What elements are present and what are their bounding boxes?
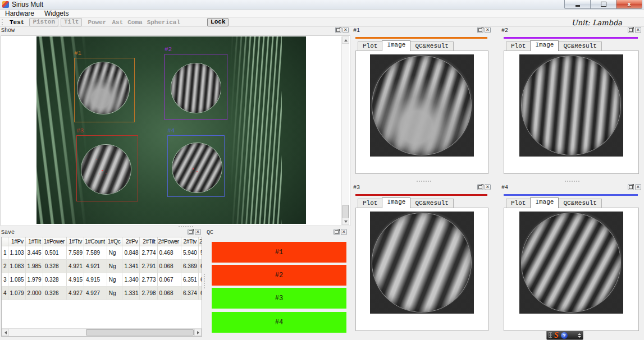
maximize-button[interactable] [590, 0, 616, 9]
close-panel-button[interactable]: × [485, 184, 491, 190]
data-cell[interactable]: 0.848 [122, 246, 140, 260]
scroll-up-button[interactable] [342, 36, 349, 44]
data-cell[interactable]: 5.940 [181, 246, 198, 260]
column-header[interactable]: 2#Pv [122, 237, 140, 246]
data-cell[interactable]: 0.068 [157, 287, 181, 300]
menu-hardware[interactable]: Hardware [0, 10, 39, 17]
tab-plot[interactable]: Plot [358, 199, 382, 208]
toolbar-spherical-button[interactable]: Spherical [147, 19, 180, 26]
help-icon[interactable]: ? [561, 332, 568, 339]
column-header[interactable]: 1#Count [84, 237, 107, 246]
data-cell[interactable]: 1.103 [8, 246, 25, 260]
toolbar-lock-button[interactable]: Lock [207, 18, 229, 26]
data-cell[interactable]: 4.921 [84, 260, 107, 273]
drag-grip-icon[interactable] [549, 332, 552, 338]
scroll-left-button[interactable] [2, 329, 9, 336]
column-header[interactable]: 1#Pv [8, 237, 25, 246]
toolbar-grip[interactable] [2, 19, 4, 25]
float-button[interactable] [477, 184, 483, 190]
tab-plot[interactable]: Plot [358, 42, 382, 51]
tab-plot[interactable]: Plot [506, 199, 531, 208]
data-cell[interactable]: 1.979 [25, 273, 43, 287]
column-header[interactable]: 1#Power [43, 237, 66, 246]
splitter-handle[interactable] [179, 226, 193, 229]
more-options-button[interactable] [578, 333, 581, 338]
data-cell[interactable]: Ng [107, 246, 122, 260]
data-cell[interactable]: 6.351 [181, 273, 198, 287]
data-cell[interactable]: 0.328 [43, 273, 66, 287]
toolbar-tilt-button[interactable]: Tilt [61, 18, 82, 26]
data-cell[interactable]: 6.374 [198, 287, 202, 300]
sirius-logo-icon[interactable]: S [554, 332, 559, 339]
close-panel-button[interactable]: × [342, 27, 349, 33]
data-cell[interactable]: 0.068 [157, 260, 181, 273]
tab-image[interactable]: Image [530, 40, 559, 51]
data-cell[interactable]: 1.341 [122, 260, 140, 273]
data-cell[interactable]: 1.331 [122, 287, 140, 300]
data-cell[interactable]: 2.791 [140, 260, 157, 273]
float-button[interactable] [477, 27, 483, 33]
data-cell[interactable]: 4.915 [84, 273, 107, 287]
tab-image[interactable]: Image [382, 40, 410, 51]
close-panel-button[interactable]: × [635, 27, 641, 33]
close-button[interactable]: x [616, 0, 642, 9]
data-cell[interactable]: 1.340 [122, 273, 140, 287]
data-cell[interactable]: 4.927 [67, 287, 84, 300]
column-header[interactable]: 2#Power [157, 237, 181, 246]
table-horizontal-scrollbar[interactable] [2, 328, 202, 336]
toolbar-coma-button[interactable]: Coma [127, 19, 142, 26]
splitter-handle[interactable] [417, 181, 431, 183]
row-header-cell[interactable]: 2 [2, 260, 8, 273]
table-row[interactable]: 11.1033.4450.5017.5897.589Ng0.8482.7740.… [2, 246, 202, 260]
data-cell[interactable]: 4.921 [67, 260, 84, 273]
row-header-cell[interactable]: 4 [2, 287, 8, 300]
toolbar-ast-button[interactable]: Ast [112, 19, 123, 26]
data-cell[interactable]: 7.589 [84, 246, 107, 260]
close-panel-button[interactable]: × [635, 184, 641, 190]
data-cell[interactable]: 0.326 [43, 287, 66, 300]
row-header-cell[interactable]: 3 [2, 273, 8, 287]
toolbar-power-button[interactable]: Power [88, 19, 106, 26]
data-cell[interactable]: 1.085 [8, 273, 25, 287]
row-header-cell[interactable]: 1 [2, 246, 8, 260]
minimize-button[interactable] [564, 0, 591, 9]
data-cell[interactable]: 0.067 [157, 273, 181, 287]
data-cell[interactable]: 1.083 [8, 260, 25, 273]
data-cell[interactable]: 0.328 [43, 260, 66, 273]
menu-widgets[interactable]: Widgets [39, 10, 74, 17]
column-header[interactable]: 1#Tilt [25, 237, 43, 246]
data-cell[interactable]: 0.501 [43, 246, 66, 260]
data-cell[interactable]: 1.985 [25, 260, 43, 273]
data-cell[interactable]: 1.079 [8, 287, 25, 300]
table-row[interactable]: 31.0851.9790.3284.9154.915Ng1.3402.7730.… [2, 273, 202, 287]
tab-image[interactable]: Image [382, 197, 410, 208]
scroll-down-button[interactable] [342, 218, 349, 225]
data-cell[interactable]: 6.369 [181, 260, 198, 273]
float-button[interactable] [334, 229, 340, 235]
toolbar-test-button[interactable]: Test [10, 19, 24, 26]
scroll-right-button[interactable] [194, 329, 202, 336]
splitter-handle[interactable] [204, 274, 207, 288]
tab-qc-result[interactable]: QC&Result [558, 42, 601, 51]
tab-image[interactable]: Image [530, 197, 559, 208]
tab-plot[interactable]: Plot [506, 42, 531, 51]
data-cell[interactable]: 2.000 [25, 287, 43, 300]
data-cell[interactable]: Ng [107, 260, 122, 273]
data-cell[interactable]: 6.369 [198, 260, 202, 273]
column-header[interactable] [2, 237, 8, 246]
splitter-handle[interactable] [565, 181, 579, 183]
tab-qc-result[interactable]: QC&Result [410, 42, 453, 51]
data-cell[interactable]: 4.927 [84, 287, 107, 300]
data-cell[interactable]: 3.445 [25, 246, 43, 260]
data-cell[interactable]: 2.774 [140, 246, 157, 260]
tab-qc-result[interactable]: QC&Result [558, 199, 601, 208]
data-cell[interactable]: Ng [107, 273, 122, 287]
data-cell[interactable]: 6.374 [181, 287, 198, 300]
column-header[interactable]: 2#Tilt [140, 237, 157, 246]
close-panel-button[interactable]: × [195, 229, 201, 235]
table-row[interactable]: 41.0792.0000.3264.9274.927Ng1.3312.7980.… [2, 287, 202, 300]
table-row[interactable]: 21.0831.9850.3284.9214.921Ng1.3412.7910.… [2, 260, 202, 273]
data-cell[interactable]: 0.468 [157, 246, 181, 260]
data-cell[interactable]: 7.589 [67, 246, 84, 260]
column-header[interactable]: 2#Cou [198, 237, 202, 246]
